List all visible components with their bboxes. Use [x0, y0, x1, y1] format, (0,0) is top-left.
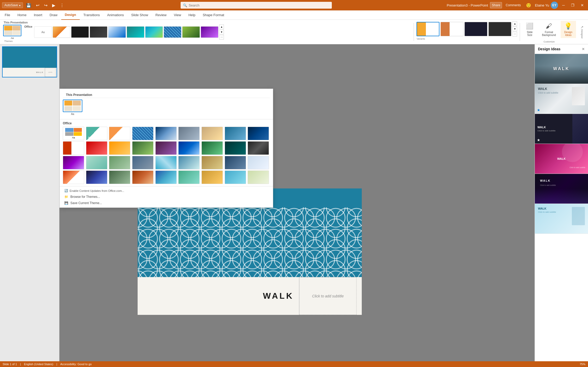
- variant-2[interactable]: [440, 22, 463, 36]
- enable-updates-item[interactable]: 🔄 Enable Content Updates from Office.com…: [63, 188, 270, 193]
- user-avatar[interactable]: EY: [551, 2, 558, 9]
- theme-thumb-7[interactable]: [201, 127, 223, 140]
- autosave-toggle[interactable]: ●: [19, 4, 21, 7]
- design-panel-close[interactable]: ✕: [582, 47, 585, 51]
- theme-darkgray[interactable]: [90, 26, 107, 38]
- gallery-scroll-down[interactable]: ▼: [219, 30, 224, 34]
- theme-thumb-30[interactable]: [109, 170, 130, 184]
- tab-home[interactable]: Home: [14, 10, 30, 20]
- theme-thumb-2[interactable]: Aa: [86, 127, 107, 140]
- tab-transitions[interactable]: Transitions: [80, 10, 103, 20]
- tab-review[interactable]: Review: [152, 10, 170, 20]
- present-button[interactable]: ▶: [51, 2, 57, 9]
- close-button[interactable]: ✕: [579, 2, 586, 8]
- gallery-scroll-up[interactable]: ▲: [219, 25, 224, 29]
- tab-draw[interactable]: Draw: [46, 10, 61, 20]
- save-theme-button[interactable]: 💾 Save Current Theme...: [63, 200, 270, 206]
- slide-size-button[interactable]: ⬜ Slide Size: [522, 21, 537, 38]
- design-idea-4[interactable]: WALK Click to add subtitle: [535, 144, 588, 174]
- theme-thumb-29[interactable]: [86, 170, 107, 184]
- design-ideas-button[interactable]: 💡 Design Ideas: [561, 21, 576, 38]
- comments-button[interactable]: Comments: [504, 2, 522, 8]
- variant-1[interactable]: [416, 22, 439, 36]
- design-idea-2[interactable]: WALK Click to add subtitle ★: [535, 84, 588, 114]
- variant-4[interactable]: [488, 22, 511, 36]
- theme-thumb-19[interactable]: [63, 156, 84, 169]
- theme-office[interactable]: Aa: [34, 26, 52, 38]
- theme-thumb-6[interactable]: [178, 127, 200, 140]
- save-button[interactable]: 💾: [24, 2, 33, 9]
- theme-thumb-8[interactable]: [225, 127, 246, 140]
- theme-thumb-4[interactable]: [132, 127, 154, 140]
- theme-thumb-36[interactable]: [248, 170, 269, 184]
- theme-thumb-34[interactable]: [201, 170, 223, 184]
- variants-expand-icon[interactable]: ⋯: [512, 32, 517, 36]
- tab-animations[interactable]: Animations: [103, 10, 127, 20]
- theme-diamond[interactable]: [164, 26, 181, 38]
- theme-thumb-12[interactable]: [109, 141, 130, 155]
- theme-thumb-22[interactable]: [132, 156, 154, 169]
- design-idea-5[interactable]: WALK Click to add subtitle: [535, 174, 588, 204]
- theme-thumb-20[interactable]: [86, 156, 107, 169]
- theme-thumb-3[interactable]: [109, 127, 130, 140]
- minimize-button[interactable]: ─: [560, 2, 567, 8]
- theme-green[interactable]: [182, 26, 200, 38]
- theme-thumb-13[interactable]: [132, 141, 154, 155]
- autosave-button[interactable]: AutoSave ●: [2, 2, 23, 8]
- search-box[interactable]: 🔍: [181, 2, 332, 9]
- design-idea-3[interactable]: WALK Click to add subtitle ★: [535, 114, 588, 144]
- theme-orange[interactable]: [53, 26, 70, 38]
- theme-thumb-16[interactable]: [201, 141, 223, 155]
- format-background-button[interactable]: 🖌 Format Background: [538, 21, 559, 38]
- tab-help[interactable]: Help: [185, 10, 199, 20]
- share-button[interactable]: Share: [490, 2, 502, 8]
- variants-scroll-down[interactable]: ▼: [512, 27, 517, 31]
- design-idea-6[interactable]: WALK Click to add subtitle: [535, 204, 588, 234]
- theme-thumb-32[interactable]: [155, 170, 177, 184]
- undo-button[interactable]: ↩: [34, 2, 41, 9]
- theme-thumb-31[interactable]: [132, 170, 154, 184]
- theme-gradient[interactable]: [145, 26, 163, 38]
- theme-thumb-5[interactable]: [155, 127, 177, 140]
- redo-button[interactable]: ↪: [42, 2, 49, 9]
- this-presentation-theme[interactable]: Aa: [3, 25, 21, 39]
- tab-insert[interactable]: Insert: [30, 10, 46, 20]
- theme-thumb-11[interactable]: [86, 141, 107, 155]
- search-input[interactable]: [189, 3, 329, 7]
- tab-design[interactable]: Design: [61, 10, 80, 20]
- customize-button[interactable]: ⋮: [58, 2, 66, 9]
- theme-thumb-24[interactable]: [178, 156, 200, 169]
- tab-file[interactable]: File: [1, 10, 14, 20]
- theme-blue[interactable]: [108, 26, 126, 38]
- theme-thumb-17[interactable]: [225, 141, 246, 155]
- theme-thumb-21[interactable]: [109, 156, 130, 169]
- design-idea-1[interactable]: WALK: [535, 54, 588, 84]
- theme-thumb-14[interactable]: [155, 141, 177, 155]
- theme-purple[interactable]: [201, 26, 218, 38]
- theme-thumb-35[interactable]: [225, 170, 246, 184]
- theme-thumb-27[interactable]: [248, 156, 269, 169]
- theme-thumb-23[interactable]: [155, 156, 177, 169]
- browse-themes-button[interactable]: 📁 Browse for Themes...: [63, 194, 270, 200]
- restore-button[interactable]: ❐: [569, 2, 577, 8]
- slide-title-box[interactable]: WALK: [143, 277, 299, 315]
- variants-scroll-up[interactable]: ▲: [512, 21, 517, 26]
- theme-thumb-9[interactable]: [248, 127, 269, 140]
- theme-dark[interactable]: [71, 26, 89, 38]
- theme-thumb-33[interactable]: [178, 170, 200, 184]
- current-theme-thumb[interactable]: Aa: [63, 100, 82, 115]
- theme-thumb-10[interactable]: Aa: [63, 141, 84, 155]
- tab-view[interactable]: View: [170, 10, 185, 20]
- slide-subtitle-box[interactable]: Click to add subtitle: [299, 277, 357, 315]
- gallery-expand[interactable]: ⋯: [219, 35, 224, 40]
- theme-thumb-25[interactable]: [201, 156, 223, 169]
- slide-thumbnail-1[interactable]: WALK subtitle: [2, 46, 57, 77]
- theme-thumb-18[interactable]: [248, 141, 269, 155]
- variant-3[interactable]: [464, 22, 487, 36]
- tab-shape-format[interactable]: Shape Format: [199, 10, 228, 20]
- theme-teal[interactable]: [127, 26, 144, 38]
- tab-slideshow[interactable]: Slide Show: [127, 10, 152, 20]
- theme-thumb-26[interactable]: [225, 156, 246, 169]
- emoji-button[interactable]: 🙂: [524, 2, 533, 9]
- theme-thumb-1[interactable]: Aa: [63, 127, 84, 140]
